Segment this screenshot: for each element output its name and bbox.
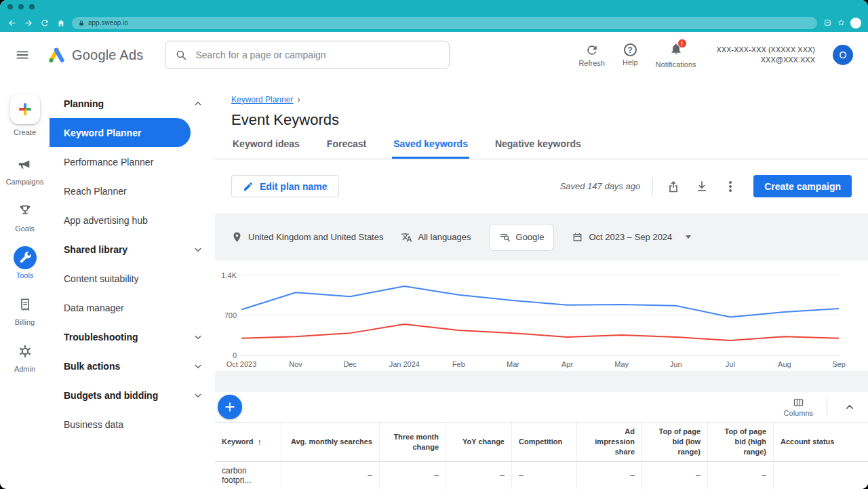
browser-forward-button[interactable] xyxy=(23,18,33,28)
sidebar-item-planning[interactable]: Planning xyxy=(50,89,215,118)
google-ads-logo-icon xyxy=(47,46,66,64)
url-text: app.sweap.io xyxy=(88,19,128,26)
sidebar-item-label: Keyword Planner xyxy=(64,128,141,138)
sort-ascending-icon: ↑ xyxy=(257,437,261,448)
table-header-row: Keyword ↑ Avg. monthly searches Three mo… xyxy=(215,423,868,462)
chart-x-tick: Sep xyxy=(832,360,846,368)
sidebar-item-performance-planner[interactable]: Performance Planner xyxy=(50,147,215,176)
search-bar[interactable] xyxy=(165,41,450,69)
network-select-value: Google xyxy=(516,232,545,242)
help-label: Help xyxy=(623,58,638,66)
download-button[interactable] xyxy=(694,178,710,195)
column-header-top-of-page-bid-high[interactable]: Top of page bid (high range) xyxy=(708,423,774,461)
column-header-three-month-change[interactable]: Three month change xyxy=(380,423,446,461)
sidebar-item-content-suitability[interactable]: Content suitability xyxy=(50,264,215,293)
language-filter-label: All languages xyxy=(418,232,471,242)
column-header-label: YoY change xyxy=(462,437,505,447)
menu-button[interactable] xyxy=(15,47,30,62)
add-keywords-button[interactable] xyxy=(218,395,242,419)
browser-reload-button[interactable] xyxy=(39,18,50,28)
multicolor-plus-icon xyxy=(18,102,33,117)
sidebar-item-reach-planner[interactable]: Reach Planner xyxy=(50,176,215,206)
sidebar-item-label: Planning xyxy=(64,98,104,109)
breadcrumb-link-keyword-planner[interactable]: Keyword Planner xyxy=(231,95,293,104)
rail-item-campaigns[interactable]: Campaigns xyxy=(6,153,44,186)
edit-plan-name-button[interactable]: Edit plan name xyxy=(231,175,339,197)
sidebar-item-label: Troubleshooting xyxy=(64,332,138,343)
sidebar-item-keyword-planner[interactable]: Keyword Planner xyxy=(50,118,191,147)
chart-y-tick: 700 xyxy=(224,311,237,319)
refresh-button[interactable]: Refresh xyxy=(578,43,605,67)
rail-item-billing[interactable]: Billing xyxy=(14,293,37,326)
rail-item-goals[interactable]: Goals xyxy=(14,199,37,233)
sidebar: Planning Keyword Planner Performance Pla… xyxy=(50,78,215,489)
sidebar-item-label: Data manager xyxy=(64,302,124,313)
browser-extension-icon[interactable] xyxy=(823,18,832,27)
google-ads-logo[interactable]: Google Ads xyxy=(47,46,143,64)
tab-saved-keywords[interactable]: Saved keywords xyxy=(392,138,469,159)
chevron-down-icon xyxy=(192,360,204,372)
help-button[interactable]: ? Help xyxy=(623,43,638,66)
create-button[interactable]: Create xyxy=(10,94,40,136)
sidebar-item-label: Performance Planner xyxy=(64,157,153,168)
account-info: XXX-XXX-XXX (XXXXX XXX) XXX@XXX.XXX xyxy=(717,45,816,65)
browser-back-button[interactable] xyxy=(7,18,17,28)
column-header-account-status[interactable]: Account status xyxy=(774,423,868,461)
columns-button[interactable]: Columns xyxy=(784,397,813,417)
rail-item-label: Campaigns xyxy=(6,178,44,186)
cell-three-month-change: – xyxy=(380,462,446,489)
create-campaign-button[interactable]: Create campaign xyxy=(753,175,852,197)
tab-forecast[interactable]: Forecast xyxy=(326,138,368,159)
tab-negative-keywords[interactable]: Negative keywords xyxy=(494,138,583,159)
address-bar[interactable]: app.sweap.io xyxy=(72,17,817,29)
browser-home-button[interactable] xyxy=(56,18,66,28)
chart-x-tick: Nov xyxy=(289,360,302,368)
location-filter[interactable]: United Kingdom and United States xyxy=(231,231,383,243)
browser-profile-avatar[interactable] xyxy=(850,18,861,28)
maximize-window-button[interactable] xyxy=(29,4,35,9)
collapse-table-button[interactable] xyxy=(841,398,859,416)
user-avatar[interactable]: O xyxy=(833,45,853,65)
rail-item-admin[interactable]: Admin xyxy=(14,340,37,373)
column-header-yoy-change[interactable]: YoY change xyxy=(446,423,512,461)
account-id: XXX-XXX-XXX (XXXXX XXX) xyxy=(717,45,816,55)
sidebar-item-shared-library[interactable]: Shared library xyxy=(50,235,215,264)
column-header-top-of-page-bid-low[interactable]: Top of page bid (low range) xyxy=(642,423,708,461)
sidebar-item-budgets-and-bidding[interactable]: Budgets and bidding xyxy=(50,380,215,410)
close-window-button[interactable] xyxy=(7,4,13,9)
column-header-avg-monthly-searches[interactable]: Avg. monthly searches xyxy=(281,423,380,461)
tab-label: Saved keywords xyxy=(393,138,468,149)
date-range-filter[interactable]: Oct 2023 – Sep 2024 xyxy=(572,231,691,243)
search-input[interactable] xyxy=(195,50,439,60)
chart-x-tick: Jul xyxy=(726,360,735,368)
column-header-ad-impression-share[interactable]: Ad impression share xyxy=(577,423,642,461)
sidebar-item-bulk-actions[interactable]: Bulk actions xyxy=(50,351,215,380)
refresh-icon xyxy=(585,43,599,57)
line-chart-canvas[interactable] xyxy=(241,275,839,355)
calendar-icon xyxy=(572,231,583,243)
chevron-down-icon xyxy=(192,331,204,343)
minimize-window-button[interactable] xyxy=(18,4,24,9)
sidebar-item-troubleshooting[interactable]: Troubleshooting xyxy=(50,322,215,351)
rail-item-tools[interactable]: Tools xyxy=(14,246,37,279)
sidebar-item-business-data[interactable]: Business data xyxy=(50,410,215,439)
table-row[interactable]: carbon footpri... – – – – – – – xyxy=(215,462,868,489)
column-header-keyword[interactable]: Keyword ↑ xyxy=(215,423,281,461)
chart-y-axis: 07001.4K xyxy=(216,275,237,355)
more-options-button[interactable] xyxy=(722,178,738,195)
bookmark-star-icon[interactable] xyxy=(837,18,846,27)
network-select[interactable]: Google xyxy=(489,224,555,251)
sidebar-item-data-manager[interactable]: Data manager xyxy=(50,293,215,322)
sidebar-item-label: Budgets and bidding xyxy=(64,390,158,401)
column-header-competition[interactable]: Competition xyxy=(512,423,577,461)
account-email: XXX@XXX.XXX xyxy=(717,55,816,65)
tab-keyword-ideas[interactable]: Keyword ideas xyxy=(231,138,301,159)
share-button[interactable] xyxy=(665,178,682,195)
language-filter[interactable]: All languages xyxy=(401,231,471,243)
notifications-button[interactable]: ! Notifications xyxy=(656,42,696,69)
sidebar-item-app-advertising-hub[interactable]: App advertising hub xyxy=(50,206,215,235)
saved-status-text: Saved 147 days ago xyxy=(560,181,641,191)
rail-item-label: Goals xyxy=(15,224,35,233)
chart-x-tick: Jan 2024 xyxy=(389,360,420,368)
cell-account-status xyxy=(774,462,868,489)
